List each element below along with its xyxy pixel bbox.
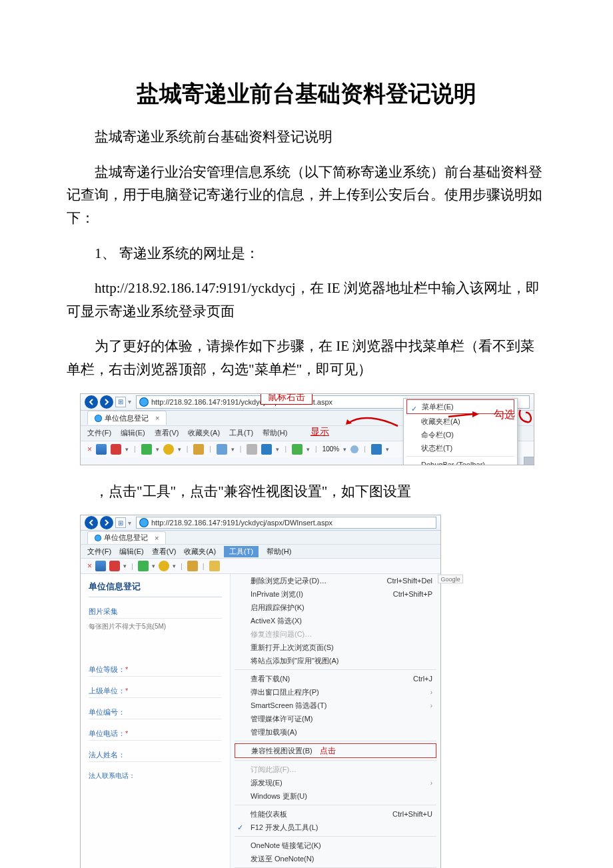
- toolbar-icon[interactable]: [109, 561, 120, 571]
- toolbar-icon[interactable]: [111, 444, 121, 455]
- browser-tab[interactable]: 单位信息登记 ×: [87, 531, 166, 544]
- toolbar-icon[interactable]: [187, 561, 198, 571]
- mi-del-history[interactable]: 删除浏览历史记录(D)… Ctrl+Shift+Del: [231, 574, 440, 587]
- toolbar-icon[interactable]: [138, 561, 149, 571]
- label-legal-tel: 法人联系电话：: [89, 771, 222, 782]
- dropdown-icon[interactable]: ▾: [178, 446, 181, 453]
- menu-tools[interactable]: 工具(T): [224, 546, 259, 557]
- dropdown-icon[interactable]: ▾: [128, 398, 131, 405]
- menu-view[interactable]: 查看(V): [155, 428, 179, 438]
- toolbar-icon[interactable]: [163, 444, 174, 455]
- separator: [235, 836, 436, 837]
- expand-icon[interactable]: ⊞: [115, 397, 126, 407]
- separator: |: [314, 445, 318, 453]
- toolbar-icon[interactable]: [247, 444, 257, 455]
- menu-tools[interactable]: 工具(T): [229, 428, 253, 438]
- tab-title: 单位信息登记: [105, 413, 149, 423]
- para-intro1: 盐城寄递业系统前台基础资料登记说明: [67, 125, 546, 149]
- mi-onenote-send[interactable]: 发送至 OneNote(N): [231, 852, 440, 865]
- ie-icon: [95, 415, 102, 422]
- toolbar-icon[interactable]: [350, 445, 358, 453]
- separator: |: [208, 445, 213, 453]
- address-url: http://218.92.186.147:9191/yckdycj/aspx/…: [151, 519, 332, 527]
- dropdown-icon[interactable]: ▾: [231, 446, 235, 453]
- menu-favorites[interactable]: 收藏夹(A): [188, 428, 220, 438]
- toolbar-icon[interactable]: [95, 561, 106, 571]
- annotation-check: 勾选: [494, 406, 534, 425]
- mi-mediacert[interactable]: 管理媒体许可证(M): [231, 712, 440, 725]
- submenu-arrow-icon: ›: [430, 689, 432, 696]
- mi-f12[interactable]: ✓ F12 开发人员工具(L): [231, 821, 440, 834]
- mi-addons[interactable]: 管理加载项(A): [231, 725, 440, 739]
- menu-view[interactable]: 查看(V): [152, 547, 177, 557]
- forward-button[interactable]: [100, 395, 113, 409]
- mi-onenote-link[interactable]: OneNote 链接笔记(K): [231, 839, 440, 852]
- annotation-show: 显示: [310, 426, 329, 438]
- toolbar-icon[interactable]: [371, 444, 382, 455]
- toolbar-icon[interactable]: [209, 561, 220, 571]
- zoom-level: 100%: [322, 445, 340, 453]
- menu-help[interactable]: 帮助(H): [263, 428, 287, 438]
- dropdown-icon[interactable]: ▾: [152, 563, 155, 569]
- separator: |: [362, 445, 367, 453]
- address-bar[interactable]: http://218.92.186.147:9191/yckdycj/aspx/…: [136, 517, 436, 529]
- separator: |: [179, 562, 184, 570]
- submenu-arrow-icon: ›: [430, 702, 432, 709]
- label-pic: 图片采集: [89, 607, 222, 619]
- doc-title: 盐城寄递业前台基础资料登记说明: [67, 79, 546, 109]
- mi-reopen[interactable]: 重新打开上次浏览页面(S): [231, 641, 440, 654]
- menu-file[interactable]: 文件(F): [87, 428, 111, 438]
- toolbar-icon[interactable]: [193, 444, 204, 455]
- back-button[interactable]: [85, 516, 98, 529]
- mi-compat[interactable]: 兼容性视图设置(B) 点击: [235, 743, 436, 758]
- menu-favorites[interactable]: 收藏夹(A): [184, 547, 216, 557]
- label-tel: 单位电话：*: [89, 729, 222, 741]
- close-tab-icon[interactable]: ×: [155, 534, 159, 542]
- dropdown-icon[interactable]: ▾: [276, 446, 279, 453]
- menu-help[interactable]: 帮助(H): [267, 547, 291, 557]
- close-icon[interactable]: ×: [87, 445, 92, 454]
- dropdown-icon[interactable]: ▾: [125, 446, 129, 453]
- mi-addsite[interactable]: 将站点添加到"应用"视图(A): [231, 654, 440, 667]
- mi-activex[interactable]: ActiveX 筛选(X): [231, 614, 440, 627]
- ctx-statusbar[interactable]: 状态栏(T): [404, 441, 517, 455]
- dropdown-icon[interactable]: ▾: [343, 446, 346, 453]
- browser-tab[interactable]: 单位信息登记 ×: [87, 411, 167, 425]
- mi-popup[interactable]: 弹出窗口阻止程序(P)›: [231, 685, 440, 699]
- ctx-debugbar[interactable]: ✓ DebugBar (Toolbar): [404, 458, 517, 465]
- dropdown-icon[interactable]: ▾: [128, 519, 131, 527]
- toolbar-icon[interactable]: [261, 444, 272, 455]
- mi-winupd[interactable]: Windows 更新(U): [231, 789, 440, 803]
- dropdown-icon[interactable]: ▾: [306, 446, 310, 453]
- toolbar-icon[interactable]: [292, 444, 303, 455]
- mi-perf[interactable]: 性能仪表板 Ctrl+Shift+U: [231, 807, 440, 821]
- ctx-cmdbar[interactable]: 命令栏(O): [404, 428, 517, 441]
- mi-smartscreen[interactable]: SmartScreen 筛选器(T)›: [231, 699, 440, 712]
- separator: [235, 741, 436, 741]
- toolbar-icon[interactable]: [217, 444, 227, 455]
- mi-downloads[interactable]: 查看下载(N) Ctrl+J: [231, 672, 440, 685]
- close-icon[interactable]: ×: [87, 561, 92, 571]
- toolbar-icon[interactable]: [96, 444, 107, 455]
- mi-feedfind[interactable]: 源发现(E)›: [231, 776, 440, 789]
- dropdown-icon[interactable]: ▾: [386, 446, 389, 453]
- annotation-click: 点击: [320, 746, 336, 755]
- toolbar-icon[interactable]: [159, 561, 169, 571]
- dropdown-icon[interactable]: ▾: [123, 563, 127, 569]
- mi-fixconn: 修复连接问题(C)…: [231, 627, 440, 641]
- dropdown-icon[interactable]: ▾: [173, 563, 176, 569]
- mi-inprivate[interactable]: InPrivate 浏览(I) Ctrl+Shift+P: [231, 587, 440, 601]
- separator: [235, 760, 436, 761]
- toolbar-icon[interactable]: [141, 444, 152, 455]
- forward-button[interactable]: [100, 516, 113, 529]
- mi-tracking[interactable]: 启用跟踪保护(K): [231, 601, 440, 614]
- menu-file[interactable]: 文件(F): [87, 547, 111, 557]
- close-tab-icon[interactable]: ×: [155, 414, 159, 422]
- check-icon: ✓: [237, 823, 243, 832]
- menu-edit[interactable]: 编辑(E): [121, 428, 145, 438]
- expand-icon[interactable]: ⊞: [115, 517, 126, 528]
- menu-edit[interactable]: 编辑(E): [119, 547, 144, 557]
- back-button[interactable]: [85, 395, 98, 409]
- separator: [406, 456, 514, 457]
- dropdown-icon[interactable]: ▾: [156, 446, 159, 453]
